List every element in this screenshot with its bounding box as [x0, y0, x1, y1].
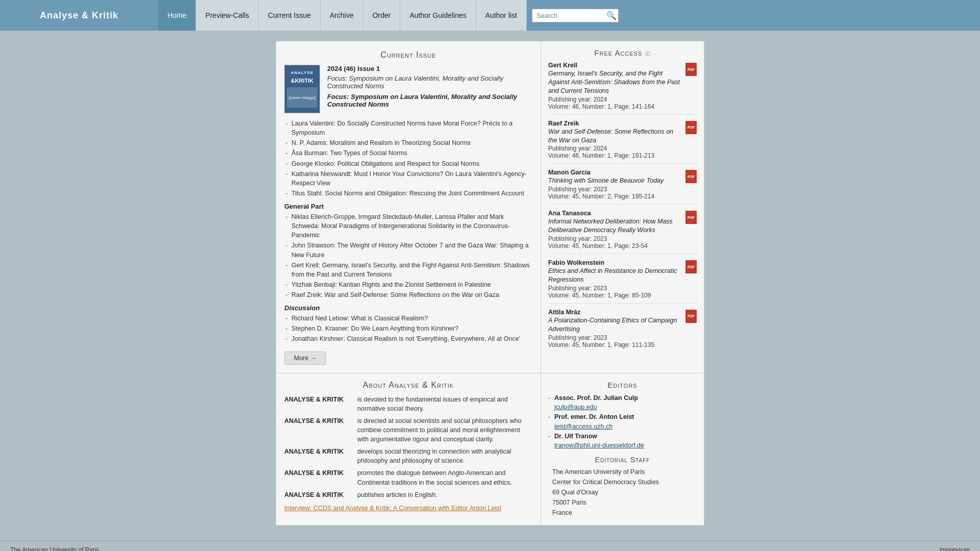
pdf-icon[interactable]: PDF — [685, 63, 697, 76]
interview-link[interactable]: Interview: CCDS and Analyse & Kritik: A … — [284, 505, 532, 512]
about-desc: promotes the dialogue between Anglo-Amer… — [357, 468, 532, 487]
list-item: Assoc. Prof. Dr. Julian Culp jculp@aup.e… — [548, 393, 697, 413]
free-access-label: Free Access — [594, 48, 642, 57]
bottom-wrapper: About Analyse & Kritik ANALYSE & KRITIK … — [276, 373, 704, 526]
fa-entry: Raef Zreik War and Self-Defense: Some Re… — [548, 120, 697, 164]
fa-text: Attila Mráz A Polarization-Containing Et… — [548, 309, 682, 348]
address-line: Center for Critical Democracy Studies — [552, 479, 659, 486]
general-article-list: Niklas Ellerich-Groppe, Irmgard Steckdau… — [284, 212, 532, 300]
list-item: Åsa Burman: Two Types of Social Norms — [284, 148, 532, 158]
content-wrapper: Current Issue ANALYSE &KRITIK [cover ima… — [276, 41, 704, 373]
impressum-link[interactable]: Impressum — [940, 546, 970, 551]
editor-email[interactable]: jculp@aup.edu — [554, 404, 597, 411]
about-brand: ANALYSE & KRITIK — [284, 416, 353, 444]
pdf-icon[interactable]: PDF — [685, 310, 697, 323]
about-title: About Analyse & Kritik — [284, 381, 532, 390]
cover-line1: ANALYSE — [291, 70, 314, 76]
editor-name: Assoc. Prof. Dr. Julian Culp — [554, 394, 638, 402]
search-input[interactable] — [532, 9, 619, 22]
fa-title: Ethics and Affect in Resistance to Democ… — [548, 267, 682, 284]
about-row: ANALYSE & KRITIK is devoted to the funda… — [284, 395, 532, 413]
general-part-label: General Part — [284, 203, 532, 210]
logo-area: Analyse & Kritik — [0, 0, 158, 31]
fa-vol: Volume: 46, Number: 1, Page: 141-164 — [548, 103, 682, 110]
issue-header: ANALYSE &KRITIK [cover image] 2024 (46) … — [284, 65, 532, 113]
address-line: 75007 Paris — [552, 499, 586, 506]
editor-name: Dr. Ulf Tranow — [554, 433, 597, 440]
list-item: Laura Valentini: Do Socially Constructed… — [284, 118, 532, 138]
editors-panel: Editors Assoc. Prof. Dr. Julian Culp jcu… — [541, 373, 704, 526]
about-brand: ANALYSE & KRITIK — [284, 490, 353, 499]
list-item: George Klosko: Political Obligations and… — [284, 159, 532, 169]
fa-entry: Manon Garcia Thinking with Simone de Bea… — [548, 169, 697, 205]
nav-order[interactable]: Order — [363, 0, 401, 31]
fa-vol: Volume: 45, Number: 1, Page: 85-109 — [548, 292, 682, 299]
editorial-staff-title: Editorial Staff — [548, 456, 697, 464]
fa-year: Publishing year: 2023 — [548, 235, 682, 242]
pdf-icon[interactable]: PDF — [685, 121, 697, 134]
pdf-icon[interactable]: PDF — [685, 211, 697, 224]
nav-author-list[interactable]: Author list — [476, 0, 527, 31]
fa-author: Raef Zreik — [548, 120, 682, 127]
nav-preview-calls[interactable]: Preview-Calls — [196, 0, 259, 31]
left-panel: Current Issue ANALYSE &KRITIK [cover ima… — [276, 41, 541, 373]
nav-home[interactable]: Home — [158, 0, 196, 31]
fa-vol: Volume: 46, Number: 1, Page: 191-213 — [548, 152, 682, 159]
footer-left: The American University of Paris — [10, 546, 99, 551]
header: Analyse & Kritik Home Preview-Calls Curr… — [0, 0, 980, 31]
fa-vol: Volume: 45, Number: 1, Page: 111-135 — [548, 341, 682, 348]
address-line: 69 Qual d'Orsay — [552, 489, 598, 496]
list-item: Katharina Nieswandt: Must I Honor Your C… — [284, 169, 532, 188]
fa-title: Thinking with Simone de Beauvoir Today — [548, 177, 682, 185]
info-icon[interactable]: ⓘ — [645, 49, 651, 57]
fa-text: Fabio Wolkenstein Ethics and Affect in R… — [548, 259, 682, 299]
focus-article-list: Laura Valentini: Do Socially Constructed… — [284, 118, 532, 198]
about-desc: publishes articles in English. — [357, 490, 437, 499]
right-panel: Free Access ⓘ Gert Krell Germany, Israel… — [541, 41, 704, 373]
nav-current-issue[interactable]: Current Issue — [259, 0, 321, 31]
fa-text: Gert Krell Germany, Israel's Security, a… — [548, 62, 682, 110]
about-row: ANALYSE & KRITIK is directed at social s… — [284, 416, 532, 444]
fa-author: Gert Krell — [548, 62, 682, 69]
list-item: Stephen D. Krasner: Do We Learn Anything… — [284, 323, 532, 334]
editor-email[interactable]: leist@access.uzh.ch — [554, 423, 612, 430]
nav-archive[interactable]: Archive — [321, 0, 363, 31]
fa-entry: Fabio Wolkenstein Ethics and Affect in R… — [548, 259, 697, 304]
about-panel: About Analyse & Kritik ANALYSE & KRITIK … — [276, 373, 541, 526]
fa-entry: Attila Mráz A Polarization-Containing Et… — [548, 309, 697, 353]
fa-year: Publishing year: 2023 — [548, 186, 682, 193]
about-desc: is directed at social scientists and soc… — [357, 416, 532, 444]
footer: The American University of Paris Impress… — [0, 541, 980, 551]
list-item: John Strawson: The Weight of History Aft… — [284, 240, 532, 260]
discussion-article-list: Richard Ned Lebow: What is Classical Rea… — [284, 313, 532, 344]
fa-text: Manon Garcia Thinking with Simone de Bea… — [548, 169, 682, 200]
cover-line2: &KRITIK — [291, 78, 314, 84]
editor-email[interactable]: tranow@phil.uni-duesseldorf.de — [554, 442, 644, 449]
pdf-icon[interactable]: PDF — [685, 170, 697, 183]
current-issue-title: Current Issue — [284, 51, 532, 60]
issue-volume: 2024 (46) Issue 1 — [327, 65, 532, 72]
list-item: N. P. Adams: Moralism and Realism in The… — [284, 138, 532, 148]
about-row: ANALYSE & KRITIK publishes articles in E… — [284, 490, 532, 499]
fa-text: Ana Tanasoca Informal Networked Delibera… — [548, 210, 682, 249]
about-brand: ANALYSE & KRITIK — [284, 395, 353, 413]
fa-vol: Volume: 45, Number: 2, Page: 195-214 — [548, 193, 682, 200]
search-wrap: 🔍 — [532, 9, 619, 22]
editor-list: Assoc. Prof. Dr. Julian Culp jculp@aup.e… — [548, 393, 697, 451]
fa-title: Informal Networked Deliberation: How Mas… — [548, 217, 682, 235]
list-item: Dr. Ulf Tranow tranow@phil.uni-duesseldo… — [548, 432, 697, 451]
editor-entry: Assoc. Prof. Dr. Julian Culp jculp@aup.e… — [548, 393, 697, 451]
editor-name: Prof. emer. Dr. Anton Leist — [554, 413, 634, 420]
address-line: France — [552, 509, 572, 516]
nav-author-guidelines[interactable]: Author Guidelines — [400, 0, 476, 31]
fa-title: Germany, Israel's Security, and the Figh… — [548, 69, 682, 95]
pdf-icon[interactable]: PDF — [685, 260, 697, 273]
search-button[interactable]: 🔍 — [606, 11, 617, 20]
about-row: ANALYSE & KRITIK promotes the dialogue b… — [284, 468, 532, 487]
more-button[interactable]: More → — [284, 352, 326, 365]
fa-author: Ana Tanasoca — [548, 210, 682, 217]
fa-year: Publishing year: 2024 — [548, 96, 682, 103]
fa-entry: Ana Tanasoca Informal Networked Delibera… — [548, 210, 697, 254]
fa-author: Attila Mráz — [548, 309, 682, 316]
fa-text: Raef Zreik War and Self-Defense: Some Re… — [548, 120, 682, 160]
